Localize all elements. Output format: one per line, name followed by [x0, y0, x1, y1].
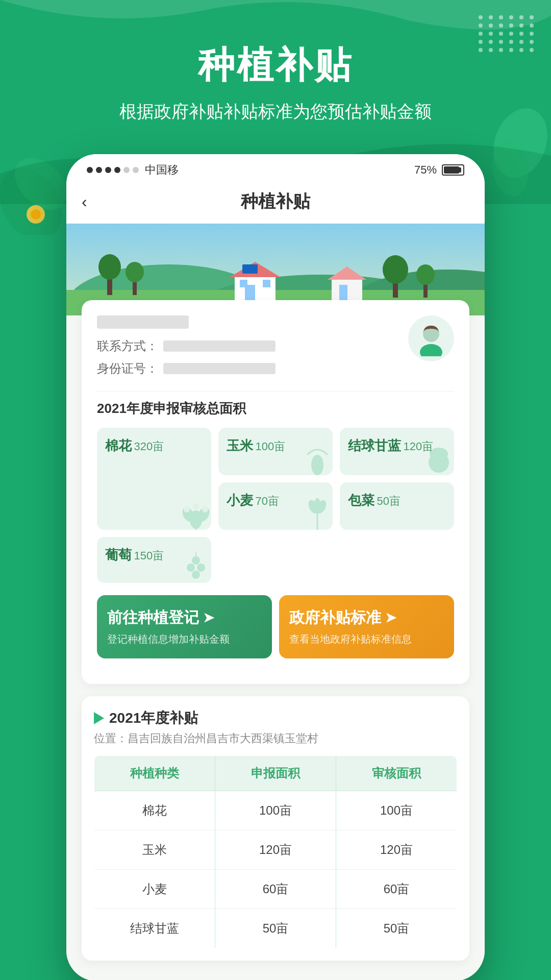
crop-name-wheat: 小麦: [227, 493, 253, 508]
signal-dot-2: [96, 167, 102, 173]
signal-dots: 中国移: [87, 162, 179, 178]
user-info-row: 联系方式： 身份证号：: [97, 315, 454, 383]
crop-card-grape: 葡萄 150亩: [97, 537, 211, 583]
cell-crop: 结球甘蓝: [94, 909, 215, 948]
svg-point-44: [314, 498, 320, 508]
divider: [97, 391, 454, 391]
id-row: 身份证号：: [97, 360, 408, 377]
page-subtitle: 根据政府补贴补贴标准为您预估补贴金额: [119, 100, 432, 124]
register-subtitle: 登记种植信息增加补贴金额: [107, 632, 262, 646]
table-body: 棉花100亩100亩玉米120亩120亩小麦60亩60亩结球甘蓝50亩50亩: [94, 791, 457, 948]
col-header-declared: 申报面积: [215, 756, 336, 791]
crop-card-cotton: 棉花 320亩: [97, 428, 211, 530]
battery-tip: [459, 167, 461, 173]
user-name-blur: [97, 315, 189, 329]
crop-name-grape: 葡萄: [105, 547, 132, 562]
cell-approved: 60亩: [336, 870, 457, 909]
svg-point-45: [187, 564, 195, 572]
crop-name-cotton: 棉花: [105, 438, 132, 453]
id-label: 身份证号：: [97, 360, 158, 377]
battery-fill: [444, 166, 459, 174]
page-title: 种植补贴: [198, 41, 353, 90]
cell-declared: 120亩: [215, 830, 336, 870]
triangle-icon: [94, 712, 104, 724]
crop-area-wheat: 70亩: [255, 495, 279, 507]
signal-dot-6: [133, 167, 139, 173]
cell-approved: 100亩: [336, 791, 457, 830]
crop-icon-wheat: [297, 494, 333, 530]
crop-section-title: 2021年度申报审核总面积: [97, 400, 454, 418]
user-info-left: 联系方式： 身份证号：: [97, 315, 408, 383]
table-row: 棉花100亩100亩: [94, 791, 457, 830]
table-row: 结球甘蓝50亩50亩: [94, 909, 457, 948]
svg-point-47: [192, 571, 200, 579]
subsidy-header: 2021年度补贴: [94, 708, 457, 728]
standard-title: 政府补贴标准 ➤: [289, 607, 444, 628]
standard-subtitle: 查看当地政府补贴标准信息: [289, 632, 444, 646]
standard-button[interactable]: 政府补贴标准 ➤ 查看当地政府补贴标准信息: [279, 595, 454, 658]
cell-crop: 玉米: [94, 830, 215, 870]
signal-dot-1: [87, 167, 93, 173]
crop-area-cotton: 320亩: [134, 440, 164, 453]
crop-name-cabbage: 结球甘蓝: [348, 438, 401, 453]
register-button[interactable]: 前往种植登记 ➤ 登记种植信息增加补贴金额: [97, 595, 272, 658]
signal-dot-4: [114, 167, 120, 173]
cell-approved: 120亩: [336, 830, 457, 870]
cell-crop: 小麦: [94, 870, 215, 909]
crop-name-pakchoi: 包菜: [348, 493, 374, 508]
register-title: 前往种植登记 ➤: [107, 607, 262, 628]
crop-card-cabbage: 结球甘蓝 120亩: [340, 428, 454, 475]
crop-card-wheat: 小麦 70亩: [218, 482, 333, 530]
user-card: 联系方式： 身份证号：: [82, 300, 469, 684]
svg-rect-18: [240, 280, 247, 287]
subsidy-section: 2021年度补贴 位置：昌吉回族自治州昌吉市大西渠镇玉堂村 种植种类 申报面积 …: [82, 696, 469, 961]
svg-rect-19: [263, 280, 270, 287]
col-header-crop: 种植种类: [94, 756, 215, 791]
cell-declared: 50亩: [215, 909, 336, 948]
crop-card-corn: 玉米 100亩: [218, 428, 333, 475]
contact-row: 联系方式：: [97, 338, 408, 354]
svg-point-46: [197, 564, 205, 572]
signal-dot-3: [105, 167, 111, 173]
crop-area-grape: 150亩: [134, 549, 164, 562]
contact-label: 联系方式：: [97, 338, 158, 354]
subsidy-table: 种植种类 申报面积 审核面积 棉花100亩100亩玉米120亩120亩小麦60亩…: [94, 755, 457, 948]
crop-area-corn: 100亩: [255, 440, 285, 453]
svg-point-36: [202, 506, 208, 512]
app-navbar: ‹ 种植补贴: [66, 183, 485, 224]
battery-area: 75%: [414, 163, 464, 177]
contact-blur: [163, 340, 276, 352]
id-blur: [163, 363, 276, 374]
svg-point-35: [193, 503, 199, 509]
subsidy-title: 2021年度补贴: [109, 708, 198, 728]
svg-point-14: [126, 262, 144, 282]
status-bar: 中国移 75%: [66, 154, 485, 183]
main-content: 联系方式： 身份证号：: [66, 300, 485, 980]
crop-area-pakchoi: 50亩: [377, 495, 400, 507]
crop-grid: 棉花 320亩 玉米: [97, 428, 454, 583]
subsidy-location: 位置：昌吉回族自治州昌吉市大西渠镇玉堂村: [94, 731, 457, 746]
avatar: [408, 315, 454, 361]
avatar-svg: [413, 321, 449, 356]
svg-rect-23: [242, 264, 258, 274]
cell-declared: 60亩: [215, 870, 336, 909]
crop-name-corn: 玉米: [227, 438, 253, 453]
svg-point-48: [192, 556, 200, 565]
table-header-row: 种植种类 申报面积 审核面积: [94, 756, 457, 791]
phone-frame: 中国移 75% ‹ 种植补贴: [66, 154, 485, 980]
table-row: 小麦60亩60亩: [94, 870, 457, 909]
crop-icon-corn: [297, 439, 333, 475]
crop-card-pakchoi: 包菜 50亩: [340, 482, 454, 530]
svg-point-25: [383, 255, 408, 284]
cell-approved: 50亩: [336, 909, 457, 948]
nav-title: 种植补贴: [241, 190, 310, 213]
crop-icon-grape: [176, 547, 211, 583]
battery-percent: 75%: [414, 163, 437, 177]
svg-point-27: [416, 264, 435, 285]
battery-icon: [442, 164, 464, 176]
cell-declared: 100亩: [215, 791, 336, 830]
table-row: 玉米120亩120亩: [94, 830, 457, 870]
cell-crop: 棉花: [94, 791, 215, 830]
back-button[interactable]: ‹: [82, 192, 87, 211]
page-content: 种植补贴 根据政府补贴补贴标准为您预估补贴金额 中国移 75%: [0, 0, 551, 980]
